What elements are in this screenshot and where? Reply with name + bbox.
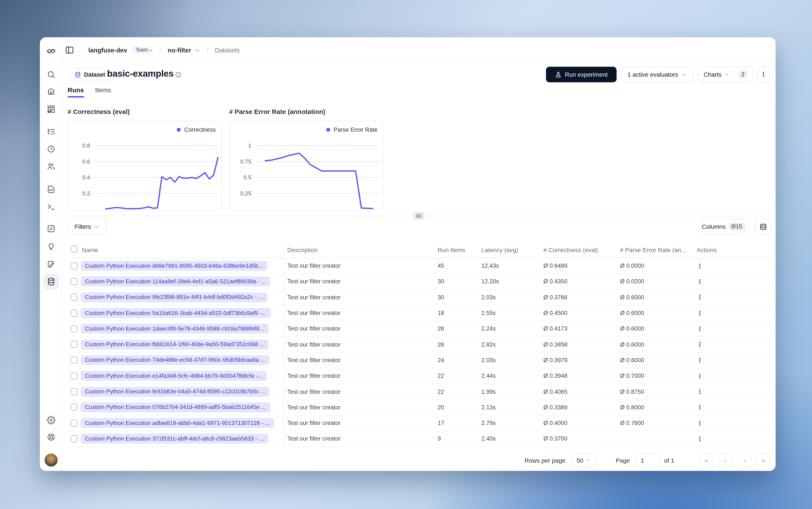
row-height-button[interactable] (755, 219, 771, 234)
svg-text:0.8: 0.8 (82, 142, 90, 149)
home-icon[interactable] (40, 87, 62, 96)
row-actions-button[interactable]: ⋮ (693, 431, 770, 447)
row-checkbox[interactable] (71, 388, 77, 395)
user-avatar[interactable] (45, 453, 58, 467)
org-chevron-icon[interactable] (148, 45, 154, 55)
table-row: Custom Python Execution f6bb1614-1f90-40… (68, 337, 770, 352)
row-actions-button[interactable]: ⋮ (693, 337, 770, 352)
prev-page-button[interactable]: ‹ (718, 453, 732, 468)
column-header-correctness[interactable]: # Correctness (eval) (540, 246, 617, 253)
row-actions-button[interactable]: ⋮ (693, 274, 770, 290)
row-checkbox[interactable] (71, 341, 77, 348)
columns-button[interactable]: Columns 8/15 (702, 219, 745, 234)
rows-per-page-select[interactable]: 50 (572, 453, 596, 468)
last-page-button[interactable]: » (756, 453, 770, 468)
dataset-badge-label: Dataset (84, 71, 105, 78)
info-icon[interactable] (175, 71, 181, 78)
row-checkbox[interactable] (71, 357, 77, 364)
run-name-link[interactable]: Custom Python Execution f6bb1614-1f90-40… (80, 339, 269, 349)
latency-value: 2.40s (478, 431, 540, 447)
row-checkbox[interactable] (71, 404, 77, 411)
row-actions-button[interactable]: ⋮ (693, 400, 770, 415)
charts-label: Charts (704, 71, 721, 78)
run-name-link[interactable]: Custom Python Execution 076b2704-341d-48… (80, 402, 270, 412)
legend-dot-icon (326, 128, 330, 132)
row-checkbox[interactable] (71, 309, 77, 316)
row-actions-button[interactable]: ⋮ (693, 384, 770, 399)
correctness-value: Ø 0.3948 (540, 368, 617, 383)
row-actions-button[interactable]: ⋮ (693, 352, 770, 368)
breadcrumb-project[interactable]: no-filter (168, 45, 191, 55)
row-actions-button[interactable]: ⋮ (693, 368, 770, 383)
row-checkbox[interactable] (71, 435, 77, 442)
header-kebab-button[interactable]: ⋮ (757, 67, 770, 82)
table-header-row: Name Description Run Items Latency (avg)… (68, 242, 770, 258)
run-name-link[interactable]: Custom Python Execution 5a15a616-1bab-44… (80, 308, 271, 318)
prompts-file-code-icon[interactable] (40, 185, 62, 194)
resize-grip-handle[interactable] (413, 212, 425, 220)
datasets-database-icon[interactable] (43, 274, 59, 290)
correctness-value: Ø 0.4500 (540, 305, 617, 321)
tab-runs[interactable]: Runs (68, 86, 84, 98)
parse-error-value: Ø 0.6000 (617, 352, 693, 368)
row-checkbox[interactable] (71, 278, 77, 285)
playground-terminal-icon[interactable] (40, 202, 62, 211)
tab-items[interactable]: Items (95, 86, 111, 98)
row-checkbox[interactable] (71, 294, 77, 301)
row-checkbox[interactable] (71, 262, 77, 269)
row-actions-button[interactable]: ⋮ (693, 305, 770, 321)
first-page-button[interactable]: « (699, 453, 713, 468)
run-name-link[interactable]: Custom Python Execution d66e7991-8595-45… (80, 261, 268, 271)
table-row: Custom Python Execution 076b2704-341d-48… (68, 400, 770, 415)
columns-label: Columns (702, 223, 726, 230)
latency-value: 2.03s (478, 290, 540, 305)
annotation-clipboard-icon[interactable] (40, 260, 62, 269)
column-header-parse-error[interactable]: # Parse Error Rate (an... (617, 246, 693, 253)
search-icon[interactable] (40, 70, 62, 79)
run-description: Test our filter creator (284, 321, 434, 336)
scores-percent-icon[interactable] (40, 225, 62, 233)
run-name-link[interactable]: Custom Python Execution 371f531c-abff-4d… (80, 434, 268, 444)
column-header-run-items[interactable]: Run Items (434, 246, 478, 253)
filters-button[interactable]: Filters (68, 219, 107, 234)
row-actions-button[interactable]: ⋮ (693, 321, 770, 336)
row-checkbox[interactable] (71, 325, 77, 332)
parse-error-value: Ø 0.6000 (617, 337, 693, 352)
active-evaluators-dropdown[interactable]: 1 active evaluators (621, 67, 693, 82)
run-name-link[interactable]: Custom Python Execution 114aa9ef-29e6-4e… (80, 277, 271, 286)
next-page-button[interactable]: › (738, 453, 751, 468)
run-name-link[interactable]: Custom Python Execution fe91b83e-04a5-47… (80, 386, 270, 397)
run-name-link[interactable]: Custom Python Execution 1daec0f9-5e78-43… (80, 324, 268, 334)
evaluators-lightbulb-icon[interactable] (40, 243, 62, 251)
row-actions-button[interactable]: ⋮ (693, 258, 770, 274)
row-actions-button[interactable]: ⋮ (693, 415, 770, 431)
select-all-checkbox[interactable] (71, 246, 77, 252)
rows-per-page-label: Rows per page (525, 457, 566, 464)
run-name-link[interactable]: Custom Python Execution e14fa348-5cfc-49… (80, 371, 267, 381)
breadcrumb-section[interactable]: Datasets (215, 45, 240, 55)
latency-value: 2.24s (478, 321, 540, 336)
run-name-link[interactable]: Custom Python Execution 9fe23f98-881e-44… (80, 292, 268, 302)
tracing-icon[interactable] (40, 127, 62, 136)
run-experiment-button[interactable]: Run experiment (546, 67, 617, 82)
row-checkbox[interactable] (71, 419, 77, 427)
run-name-link[interactable]: Custom Python Execution adfae619-abb0-4d… (80, 418, 274, 428)
run-name-link[interactable]: Custom Python Execution 74de488e-ec9d-47… (80, 355, 270, 365)
breadcrumb-org[interactable]: langfuse-dev (89, 45, 127, 55)
column-header-description[interactable]: Description (284, 246, 434, 253)
row-checkbox[interactable] (71, 372, 77, 379)
row-actions-button[interactable]: ⋮ (693, 290, 770, 305)
charts-dropdown[interactable]: Charts 2 (698, 67, 753, 82)
project-chevron-icon[interactable] (195, 45, 200, 55)
support-lifebuoy-icon[interactable] (40, 433, 62, 441)
column-header-name[interactable]: Name (80, 242, 284, 258)
sidebar-toggle-icon[interactable] (65, 45, 74, 55)
settings-gear-icon[interactable] (40, 416, 62, 425)
users-icon[interactable] (40, 162, 62, 171)
svg-text:0.25: 0.25 (240, 190, 251, 197)
column-header-latency[interactable]: Latency (avg) (478, 246, 540, 253)
dashboard-icon[interactable] (40, 105, 62, 113)
svg-text:0.4: 0.4 (82, 174, 90, 181)
sessions-clock-icon[interactable] (40, 145, 62, 154)
page-number-input[interactable]: 1 (635, 453, 660, 468)
